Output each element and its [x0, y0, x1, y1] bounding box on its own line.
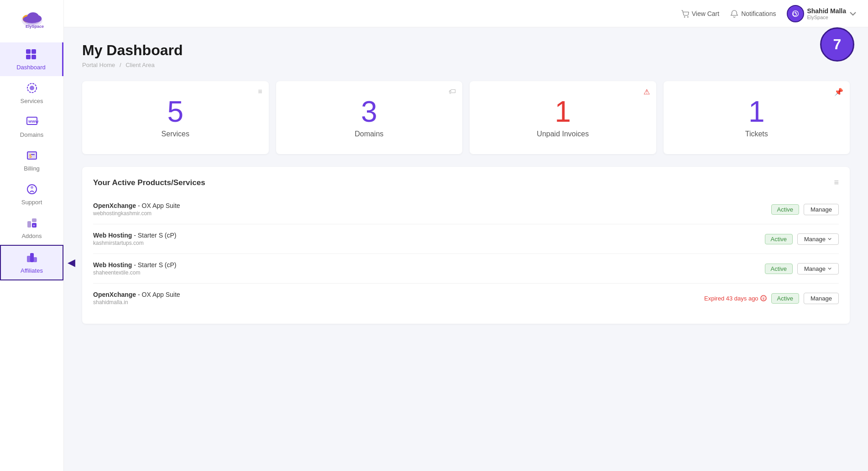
list-icon: ≡ — [258, 88, 262, 96]
manage-button[interactable]: Manage — [797, 233, 839, 245]
svg-point-29 — [687, 16, 689, 17]
pin-icon: 📌 — [834, 88, 843, 96]
domains-label: Domains — [355, 130, 383, 138]
service-name: OpenXchange - OX App Suite — [93, 291, 180, 298]
service-info: Web Hosting - Starter S (cP) kashmirstar… — [93, 232, 177, 246]
expired-label: Expired 43 days ago ! — [704, 295, 767, 302]
status-badge: Active — [765, 234, 793, 244]
services-icon — [26, 82, 38, 96]
tickets-label: Tickets — [745, 130, 768, 138]
sidebar-item-label: Domains — [20, 131, 43, 138]
svg-rect-25 — [27, 256, 31, 262]
sidebar-item-label: Addons — [21, 233, 42, 239]
stat-card-domains[interactable]: 🏷 3 Domains — [276, 81, 463, 154]
sidebar-item-label: Billing — [24, 165, 40, 172]
user-menu[interactable]: Shahid Malla ElySpace — [787, 5, 857, 22]
user-name: Shahid Malla — [807, 7, 846, 15]
warning-icon: ! — [760, 295, 767, 301]
services-label: Services — [162, 130, 189, 138]
svg-rect-22 — [32, 218, 37, 222]
user-sub: ElySpace — [807, 15, 846, 20]
status-badge: Active — [771, 293, 799, 304]
domains-count: 3 — [361, 97, 377, 126]
breadcrumb-current: Client Area — [125, 62, 155, 68]
services-count: 5 — [167, 97, 183, 126]
page-content: My Dashboard Portal Home / Client Area ≡… — [64, 27, 868, 471]
dashboard-icon — [25, 48, 37, 62]
service-info: Web Hosting - Starter S (cP) shaheentext… — [93, 261, 177, 276]
table-row: Web Hosting - Starter S (cP) kashmirstar… — [93, 224, 839, 254]
svg-text:+: + — [33, 223, 35, 228]
sidebar-item-label: Dashboard — [16, 64, 46, 71]
power-icon — [791, 10, 800, 18]
chevron-down-icon — [827, 237, 832, 241]
tag-icon: 🏷 — [449, 88, 456, 96]
domains-icon: WWW — [26, 115, 38, 129]
svg-rect-26 — [30, 253, 34, 262]
svg-point-5 — [23, 16, 41, 23]
view-cart[interactable]: View Cart — [681, 10, 719, 18]
chevron-down-icon — [849, 10, 857, 18]
table-row: Web Hosting - Starter S (cP) shaheentext… — [93, 254, 839, 284]
alert-icon: ⚠ — [643, 88, 650, 96]
invoices-label: Unpaid Invoices — [537, 130, 589, 138]
breadcrumb-home[interactable]: Portal Home — [82, 62, 115, 68]
svg-rect-9 — [26, 55, 31, 59]
service-actions: Expired 43 days ago ! Active Manage — [704, 293, 839, 304]
invoices-count: 1 — [554, 97, 571, 126]
service-domain: webhostingkashmir.com — [93, 210, 180, 217]
stat-card-invoices[interactable]: ⚠ 1 Unpaid Invoices — [470, 81, 656, 154]
sidebar-item-addons[interactable]: + Addons — [0, 211, 63, 245]
service-name: Web Hosting - Starter S (cP) — [93, 261, 177, 269]
service-actions: Active Manage — [765, 263, 839, 274]
cart-icon — [681, 10, 689, 18]
stat-card-tickets[interactable]: 📌 1 Tickets — [664, 81, 850, 154]
svg-rect-10 — [31, 55, 36, 59]
affiliates-icon — [26, 251, 38, 265]
notifications-label: Notifications — [741, 10, 776, 17]
sidebar-item-billing[interactable]: $ Billing — [0, 144, 63, 177]
sidebar-item-domains[interactable]: WWW Domains — [0, 110, 63, 144]
service-domain: kashmirstartups.com — [93, 240, 177, 246]
sidebar-item-support[interactable]: Support — [0, 177, 63, 211]
svg-rect-27 — [33, 257, 37, 262]
svg-point-28 — [684, 16, 685, 17]
manage-button[interactable]: Manage — [804, 293, 839, 304]
svg-text:WWW: WWW — [28, 119, 38, 124]
service-info: OpenXchange - OX App Suite shahidmalla.i… — [93, 291, 180, 305]
service-actions: Active Manage — [765, 233, 839, 245]
user-info: Shahid Malla ElySpace — [807, 7, 846, 20]
sidebar-item-affiliates[interactable]: Affiliates ◀ — [0, 245, 63, 280]
main-content: View Cart Notifications Shahid Malla Ely… — [64, 0, 868, 471]
status-badge: Active — [771, 204, 799, 215]
service-domain: shaheentextile.com — [93, 269, 177, 276]
table-row: OpenXchange - OX App Suite webhostingkas… — [93, 195, 839, 224]
service-domain: shahidmalla.in — [93, 299, 180, 305]
manage-button[interactable]: Manage — [804, 204, 839, 215]
services-menu-icon[interactable]: ≡ — [834, 178, 839, 187]
topbar: View Cart Notifications Shahid Malla Ely… — [64, 0, 868, 27]
breadcrumb: Portal Home / Client Area — [82, 62, 850, 68]
affiliates-arrow: ◀ — [68, 257, 75, 269]
logo[interactable]: ElySpace — [15, 5, 49, 34]
svg-point-20 — [31, 186, 33, 189]
view-cart-label: View Cart — [692, 10, 719, 17]
addons-icon: + — [26, 217, 38, 231]
svg-rect-21 — [27, 221, 31, 228]
stat-card-services[interactable]: ≡ 5 Services — [82, 81, 269, 154]
svg-text:!: ! — [763, 297, 764, 301]
services-section-header: Your Active Products/Services ≡ — [93, 178, 839, 187]
bell-icon — [730, 10, 738, 18]
service-actions: Active Manage — [771, 204, 839, 215]
service-info: OpenXchange - OX App Suite webhostingkas… — [93, 202, 180, 217]
sidebar-item-label: Services — [21, 98, 43, 104]
support-icon — [26, 183, 38, 197]
manage-button[interactable]: Manage — [797, 263, 839, 274]
chevron-down-icon — [827, 266, 832, 271]
tickets-count: 1 — [748, 97, 765, 126]
sidebar-item-dashboard[interactable]: Dashboard — [0, 42, 63, 76]
services-section-title: Your Active Products/Services — [93, 178, 205, 187]
notifications[interactable]: Notifications — [730, 10, 776, 18]
sidebar-item-services[interactable]: Services — [0, 76, 63, 110]
svg-rect-7 — [26, 49, 31, 54]
